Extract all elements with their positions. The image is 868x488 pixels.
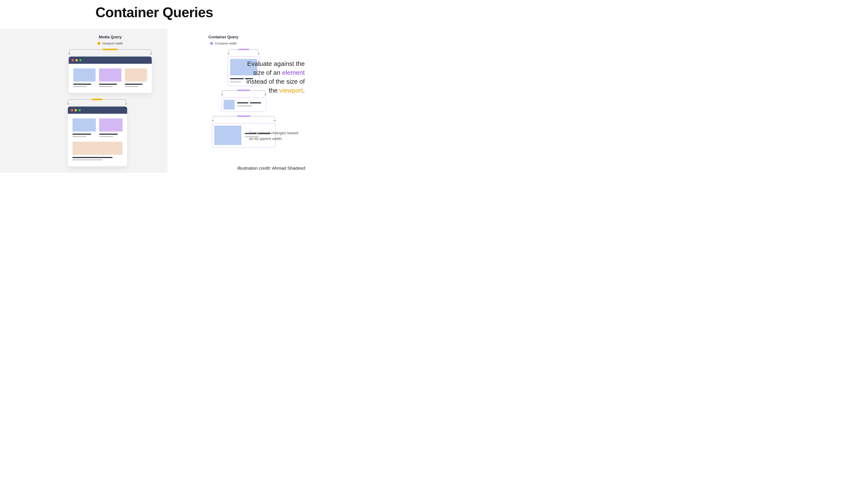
card (72, 119, 96, 138)
close-icon (71, 109, 73, 111)
thumbnail (223, 100, 235, 109)
close-icon (72, 59, 74, 61)
card (72, 142, 123, 162)
container-dot-icon (210, 42, 213, 45)
maximize-icon (79, 109, 81, 111)
viewport-bracket-wide (69, 50, 151, 56)
media-query-legend-text: Viewport width (102, 41, 123, 45)
desc-part3: . (303, 87, 305, 94)
card (73, 68, 96, 88)
sub-description: Component changes based on its parent wi… (249, 130, 300, 141)
desc-element-highlight: element (282, 69, 305, 76)
diagram-content: Media Query Viewport width (0, 29, 309, 173)
thumbnail (214, 126, 241, 145)
minimize-icon (74, 109, 77, 111)
viewport-dot-icon (97, 42, 100, 45)
main-description: Evaluate against the size of an element … (241, 59, 305, 95)
card (99, 68, 121, 88)
window-chrome (69, 57, 152, 64)
media-query-legend: Viewport width (68, 41, 153, 45)
card (125, 68, 147, 88)
container-query-legend: Container width (179, 41, 268, 45)
card (99, 119, 123, 138)
illustration-credit: Illustration credit: Ahmad Shadeed (237, 166, 305, 171)
browser-window-narrow (68, 106, 127, 166)
container-query-heading: Container Query (179, 35, 268, 39)
component-card-medium (221, 97, 266, 112)
maximize-icon (79, 59, 82, 61)
container-query-legend-text: Container width (215, 41, 237, 45)
window-chrome (68, 106, 127, 114)
browser-window-wide (69, 57, 152, 93)
viewport-bracket-narrow (68, 99, 126, 106)
container-query-panel: Container Query Container width (167, 29, 309, 173)
minimize-icon (75, 59, 78, 61)
media-query-heading: Media Query (68, 35, 153, 39)
container-bracket-small (228, 50, 259, 56)
container-bracket-large (213, 116, 275, 123)
page-title: Container Queries (0, 0, 309, 20)
media-query-panel: Media Query Viewport width (0, 29, 167, 173)
desc-viewport-highlight: viewport (279, 87, 303, 94)
